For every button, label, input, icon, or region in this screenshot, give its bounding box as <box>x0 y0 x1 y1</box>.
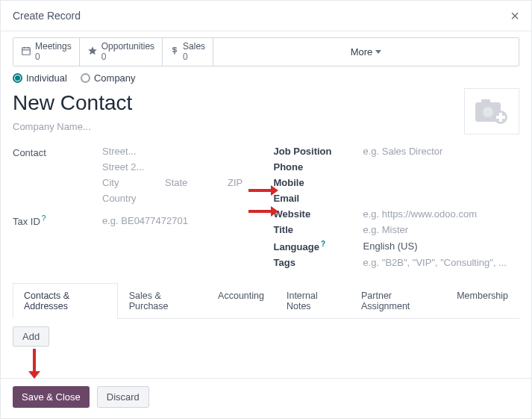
tab-contacts-addresses[interactable]: Contacts & Addresses <box>13 283 118 319</box>
help-icon[interactable]: ? <box>42 214 46 223</box>
dollar-icon <box>170 46 179 58</box>
language-field[interactable]: English (US) <box>363 240 520 252</box>
sales-label: Sales <box>183 41 205 52</box>
meetings-stat[interactable]: Meetings 0 <box>13 38 80 66</box>
calendar-icon <box>21 46 31 58</box>
svg-marker-4 <box>88 46 97 55</box>
create-record-modal: Create Record × Meetings 0 Opportunities <box>0 0 532 419</box>
taxid-label: Tax ID? <box>13 214 102 227</box>
chevron-down-icon <box>375 50 381 54</box>
tab-internal-notes[interactable]: Internal Notes <box>275 283 350 319</box>
sales-count: 0 <box>183 52 205 62</box>
mobile-label: Mobile <box>274 177 363 188</box>
svg-marker-15 <box>271 206 278 217</box>
website-label: Website <box>274 208 363 220</box>
annotation-arrow-icon <box>247 205 278 217</box>
help-icon[interactable]: ? <box>321 240 325 248</box>
taxid-field[interactable]: e.g. BE0477472701 <box>102 215 259 226</box>
tabs: Contacts & Addresses Sales & Purchase Ac… <box>13 283 519 319</box>
page-title[interactable]: New Contact <box>13 91 132 115</box>
right-column: Job Position e.g. Sales Director Phone M… <box>274 146 520 273</box>
close-icon[interactable]: × <box>510 8 519 23</box>
add-button[interactable]: Add <box>13 326 49 347</box>
job-label: Job Position <box>274 146 363 157</box>
tab-sales-purchase[interactable]: Sales & Purchase <box>118 283 207 319</box>
street2-field[interactable]: Street 2... <box>102 161 259 173</box>
svg-point-8 <box>483 107 493 117</box>
tags-field[interactable]: e.g. "B2B", "VIP", "Consulting", ... <box>363 257 520 268</box>
title-field[interactable]: e.g. Mister <box>363 224 520 235</box>
email-label: Email <box>274 193 363 204</box>
sales-stat[interactable]: Sales 0 <box>163 38 213 66</box>
city-field[interactable]: City <box>102 177 147 188</box>
discard-button[interactable]: Discard <box>97 386 149 408</box>
save-close-button[interactable]: Save & Close <box>13 386 90 408</box>
radio-company[interactable]: Company <box>81 72 136 84</box>
contact-type-radio-group: Individual Company <box>13 72 519 84</box>
radio-individual[interactable]: Individual <box>13 72 67 84</box>
tab-accounting[interactable]: Accounting <box>207 283 275 319</box>
title-label: Title <box>274 224 363 235</box>
modal-footer: Save & Close Discard <box>1 378 531 418</box>
tags-label: Tags <box>274 257 363 268</box>
website-field[interactable]: e.g. https://www.odoo.com <box>363 208 520 220</box>
svg-marker-13 <box>271 185 278 196</box>
svg-rect-0 <box>22 48 31 55</box>
country-field[interactable]: Country <box>102 193 259 204</box>
opportunities-label: Opportunities <box>101 41 154 52</box>
svg-rect-11 <box>496 116 505 119</box>
opportunities-count: 0 <box>101 52 154 62</box>
street-field[interactable]: Street... <box>102 146 259 157</box>
avatar-upload[interactable] <box>464 88 519 134</box>
language-label: Language? <box>274 240 363 252</box>
star-icon <box>87 46 98 58</box>
modal-header: Create Record × <box>1 1 531 31</box>
company-name-field[interactable]: Company Name... <box>13 121 132 132</box>
svg-rect-7 <box>481 99 490 104</box>
meetings-label: Meetings <box>35 41 72 52</box>
job-field[interactable]: e.g. Sales Director <box>363 146 520 157</box>
phone-label: Phone <box>274 161 363 173</box>
modal-title: Create Record <box>13 10 81 22</box>
svg-marker-17 <box>28 371 40 379</box>
annotation-arrow-icon <box>247 184 278 196</box>
meetings-count: 0 <box>35 52 72 62</box>
opportunities-stat[interactable]: Opportunities 0 <box>80 38 163 66</box>
state-field[interactable]: State <box>165 177 210 188</box>
camera-plus-icon <box>474 96 510 126</box>
stat-bar: Meetings 0 Opportunities 0 Sales <box>13 37 519 66</box>
left-column: Contact Street... Street 2... City State… <box>13 146 259 273</box>
tab-membership[interactable]: Membership <box>445 283 519 319</box>
tab-partner-assignment[interactable]: Partner Assignment <box>350 283 445 319</box>
more-stat-dropdown[interactable]: More <box>213 38 519 66</box>
annotation-arrow-icon <box>26 347 43 379</box>
contact-label: Contact <box>13 146 102 204</box>
